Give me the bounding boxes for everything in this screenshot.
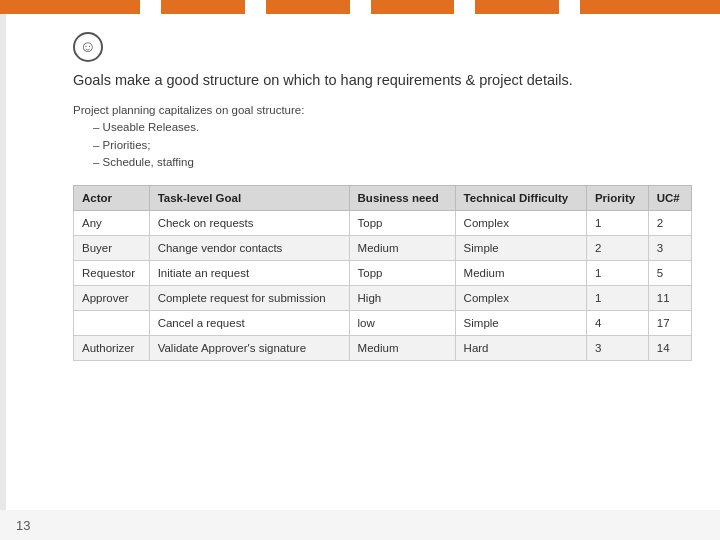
table-row: AuthorizerValidate Approver's signatureM… — [74, 336, 692, 361]
table-row: BuyerChange vendor contactsMediumSimple2… — [74, 236, 692, 261]
cell-3-4: 1 — [586, 286, 648, 311]
cell-0-1: Check on requests — [149, 211, 349, 236]
cell-1-0: Buyer — [74, 236, 150, 261]
table-row: AnyCheck on requestsToppComplex12 — [74, 211, 692, 236]
cell-1-3: Simple — [455, 236, 586, 261]
cell-2-0: Requestor — [74, 261, 150, 286]
cell-3-3: Complex — [455, 286, 586, 311]
cell-3-2: High — [349, 286, 455, 311]
cell-1-2: Medium — [349, 236, 455, 261]
cell-1-4: 2 — [586, 236, 648, 261]
col-header-technical: Technical Difficulty — [455, 186, 586, 211]
col-header-business: Business need — [349, 186, 455, 211]
cell-1-5: 3 — [648, 236, 691, 261]
top-bar-gap-1 — [140, 0, 161, 14]
cell-0-0: Any — [74, 211, 150, 236]
cell-5-4: 3 — [586, 336, 648, 361]
cell-4-0 — [74, 311, 150, 336]
cell-0-3: Complex — [455, 211, 586, 236]
cell-2-1: Initiate an request — [149, 261, 349, 286]
col-header-priority: Priority — [586, 186, 648, 211]
cell-2-5: 5 — [648, 261, 691, 286]
bullet-item-3: – Schedule, staffing — [73, 154, 692, 171]
cell-4-1: Cancel a request — [149, 311, 349, 336]
bullet-section: Project planning capitalizes on goal str… — [73, 104, 692, 171]
top-bar-seg-1 — [0, 0, 140, 14]
cell-2-3: Medium — [455, 261, 586, 286]
top-bar-seg-4 — [371, 0, 455, 14]
cell-2-2: Topp — [349, 261, 455, 286]
col-header-goal: Task-level Goal — [149, 186, 349, 211]
cell-1-1: Change vendor contacts — [149, 236, 349, 261]
cell-5-0: Authorizer — [74, 336, 150, 361]
bullet-heading: Project planning capitalizes on goal str… — [73, 104, 692, 116]
main-content: ☺ Goals make a good structure on which t… — [55, 14, 710, 510]
top-bar-gap-4 — [454, 0, 475, 14]
table-row: ApproverComplete request for submissionH… — [74, 286, 692, 311]
top-bar-seg-6 — [580, 0, 720, 14]
left-accent — [0, 14, 6, 540]
cell-5-2: Medium — [349, 336, 455, 361]
bottom-bar: 13 — [0, 510, 720, 540]
top-bar-seg-5 — [475, 0, 559, 14]
cell-5-5: 14 — [648, 336, 691, 361]
col-header-actor: Actor — [74, 186, 150, 211]
requirements-table: Actor Task-level Goal Business need Tech… — [73, 185, 692, 361]
smiley-icon: ☺ — [73, 32, 103, 62]
table-header-row: Actor Task-level Goal Business need Tech… — [74, 186, 692, 211]
cell-0-4: 1 — [586, 211, 648, 236]
top-bar-gap-5 — [559, 0, 580, 14]
top-bar-gap-3 — [350, 0, 371, 14]
cell-3-5: 11 — [648, 286, 691, 311]
top-bar-seg-2 — [161, 0, 245, 14]
cell-0-5: 2 — [648, 211, 691, 236]
main-title: Goals make a good structure on which to … — [73, 70, 692, 90]
cell-0-2: Topp — [349, 211, 455, 236]
cell-4-5: 17 — [648, 311, 691, 336]
cell-5-3: Hard — [455, 336, 586, 361]
table-row: RequestorInitiate an requestToppMedium15 — [74, 261, 692, 286]
table-row: Cancel a requestlowSimple417 — [74, 311, 692, 336]
cell-4-3: Simple — [455, 311, 586, 336]
cell-4-4: 4 — [586, 311, 648, 336]
top-bar — [0, 0, 720, 14]
cell-5-1: Validate Approver's signature — [149, 336, 349, 361]
col-header-uc: UC# — [648, 186, 691, 211]
bullet-item-1: – Useable Releases. — [73, 119, 692, 136]
cell-2-4: 1 — [586, 261, 648, 286]
top-bar-gap-2 — [245, 0, 266, 14]
cell-3-0: Approver — [74, 286, 150, 311]
bullet-item-2: – Priorities; — [73, 137, 692, 154]
cell-4-2: low — [349, 311, 455, 336]
page-number: 13 — [16, 518, 30, 533]
cell-3-1: Complete request for submission — [149, 286, 349, 311]
top-bar-seg-3 — [266, 0, 350, 14]
